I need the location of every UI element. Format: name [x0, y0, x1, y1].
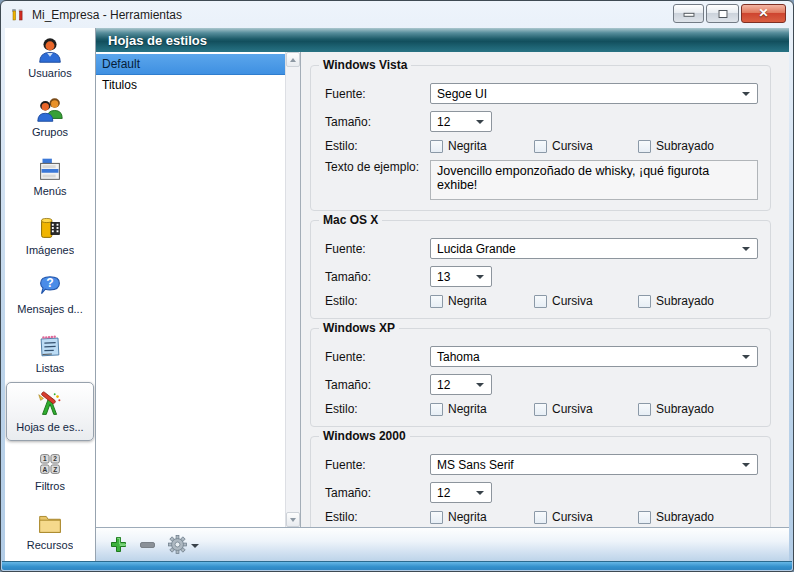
cursiva-checkbox[interactable]: Cursiva	[534, 402, 638, 416]
sidebar-item-label: Filtros	[35, 480, 65, 492]
size-select-2000[interactable]: 12	[430, 482, 492, 503]
tools-icon	[9, 7, 25, 23]
groupbox-title: Windows XP	[319, 321, 399, 335]
sidebar-item-imagenes[interactable]: Imágenes	[5, 205, 95, 264]
sidebar-item-label: Imágenes	[26, 244, 74, 256]
groupbox-title: Windows 2000	[319, 429, 410, 443]
sample-text-field[interactable]: Jovencillo emponzoñado de whisky, ¡qué f…	[430, 160, 758, 200]
subrayado-checkbox[interactable]: Subrayado	[638, 294, 714, 308]
close-icon: ✕	[742, 5, 785, 22]
chevron-down-icon	[476, 491, 484, 495]
size-select-value: 12	[437, 115, 450, 129]
svg-text:1: 1	[43, 455, 47, 462]
size-select-xp[interactable]: 12	[430, 374, 492, 395]
style-settings-panel: Windows Vista Fuente: Segoe UI Tamaño:	[300, 52, 789, 527]
estilo-label: Estilo:	[325, 510, 430, 524]
window-bottom-edge	[2, 561, 792, 570]
fuente-label: Fuente:	[325, 87, 430, 101]
minus-icon	[139, 536, 156, 553]
fuente-label: Fuente:	[325, 458, 430, 472]
sidebar-item-listas[interactable]: Listas	[5, 323, 95, 382]
estilo-label: Estilo:	[325, 402, 430, 416]
sidebar-item-usuarios[interactable]: Usuarios	[5, 28, 95, 87]
section-header: Hojas de estilos	[96, 28, 789, 52]
window-title: Mi_Empresa - Herramientas	[32, 8, 182, 22]
font-select-2000[interactable]: MS Sans Serif	[430, 454, 758, 475]
font-select-value: MS Sans Serif	[437, 458, 514, 472]
sidebar-item-grupos[interactable]: Grupos	[5, 87, 95, 146]
actions-button[interactable]	[168, 535, 199, 554]
cursiva-checkbox[interactable]: Cursiva	[534, 139, 638, 153]
font-select-vista[interactable]: Segoe UI	[430, 83, 758, 104]
subrayado-checkbox[interactable]: Subrayado	[638, 139, 714, 153]
negrita-checkbox[interactable]: Negrita	[430, 402, 534, 416]
size-select-value: 13	[437, 270, 450, 284]
font-select-value: Segoe UI	[437, 87, 487, 101]
page-title: Hojas de estilos	[108, 33, 207, 48]
list-item-default[interactable]: Default	[96, 54, 285, 75]
negrita-checkbox[interactable]: Negrita	[430, 139, 534, 153]
film-roll-icon	[35, 213, 65, 243]
font-select-macosx[interactable]: Lucida Grande	[430, 238, 758, 259]
gear-icon	[168, 535, 187, 554]
chevron-down-icon	[476, 275, 484, 279]
remove-button[interactable]	[139, 536, 156, 553]
negrita-checkbox[interactable]: Negrita	[430, 294, 534, 308]
texto-ejemplo-label: Texto de ejemplo:	[325, 160, 430, 174]
groupbox-windows-vista: Windows Vista Fuente: Segoe UI Tamaño:	[310, 65, 771, 211]
app-window: Mi_Empresa - Herramientas ✕ Usuarios	[0, 0, 794, 572]
chevron-down-icon	[476, 383, 484, 387]
paintbrush-icon	[35, 390, 65, 420]
plus-icon	[110, 536, 127, 553]
stylesheet-list: Default Titulos	[96, 52, 300, 527]
folder-icon	[35, 508, 65, 538]
font-select-value: Tahoma	[437, 350, 480, 364]
sidebar: Usuarios Grupos	[5, 28, 96, 561]
font-select-xp[interactable]: Tahoma	[430, 346, 758, 367]
add-button[interactable]	[110, 536, 127, 553]
sidebar-item-label: Mensajes d...	[17, 303, 82, 315]
sidebar-item-menus[interactable]: Menús	[5, 146, 95, 205]
subrayado-checkbox[interactable]: Subrayado	[638, 510, 714, 524]
tamano-label: Tamaño:	[325, 486, 430, 500]
size-select-vista[interactable]: 12	[430, 111, 492, 132]
sidebar-item-label: Menús	[33, 185, 66, 197]
sidebar-item-recursos[interactable]: Recursos	[5, 500, 95, 559]
cursiva-checkbox[interactable]: Cursiva	[534, 510, 638, 524]
scroll-down-icon[interactable]	[286, 512, 300, 527]
minimize-icon	[683, 12, 694, 16]
subrayado-checkbox[interactable]: Subrayado	[638, 402, 714, 416]
svg-text:2: 2	[53, 455, 57, 462]
groupbox-windows-xp: Windows XP Fuente: Tahoma Tamaño: 12	[310, 328, 771, 427]
negrita-checkbox[interactable]: Negrita	[430, 510, 534, 524]
size-select-value: 12	[437, 378, 450, 392]
chevron-down-icon	[742, 247, 750, 251]
sidebar-item-filtros[interactable]: 1 2 A Z Filtros	[5, 441, 95, 500]
list-scrollbar[interactable]	[285, 52, 300, 527]
sidebar-item-label: Grupos	[32, 126, 68, 138]
sidebar-item-hojas-de-estilos[interactable]: Hojas de es...	[6, 382, 94, 441]
list-toolbar	[96, 527, 789, 561]
sidebar-item-label: Usuarios	[28, 67, 71, 79]
scroll-up-icon[interactable]	[286, 52, 300, 67]
cursiva-checkbox[interactable]: Cursiva	[534, 294, 638, 308]
chevron-down-icon	[742, 463, 750, 467]
chevron-down-icon	[191, 544, 199, 548]
svg-text:Z: Z	[53, 466, 57, 473]
minimize-button[interactable]	[673, 4, 704, 23]
size-select-macosx[interactable]: 13	[430, 266, 492, 287]
tamano-label: Tamaño:	[325, 270, 430, 284]
svg-text:A: A	[42, 466, 47, 473]
keyboard-keys-icon: 1 2 A Z	[35, 449, 65, 479]
titlebar: Mi_Empresa - Herramientas ✕	[1, 1, 793, 28]
fuente-label: Fuente:	[325, 350, 430, 364]
tamano-label: Tamaño:	[325, 378, 430, 392]
close-button[interactable]: ✕	[741, 4, 786, 23]
users-group-icon	[35, 95, 65, 125]
list-item-titulos[interactable]: Titulos	[96, 75, 285, 96]
sidebar-item-mensajes[interactable]: ? Mensajes d...	[5, 264, 95, 323]
maximize-button[interactable]	[706, 4, 739, 23]
fuente-label: Fuente:	[325, 242, 430, 256]
estilo-label: Estilo:	[325, 139, 430, 153]
tamano-label: Tamaño:	[325, 115, 430, 129]
